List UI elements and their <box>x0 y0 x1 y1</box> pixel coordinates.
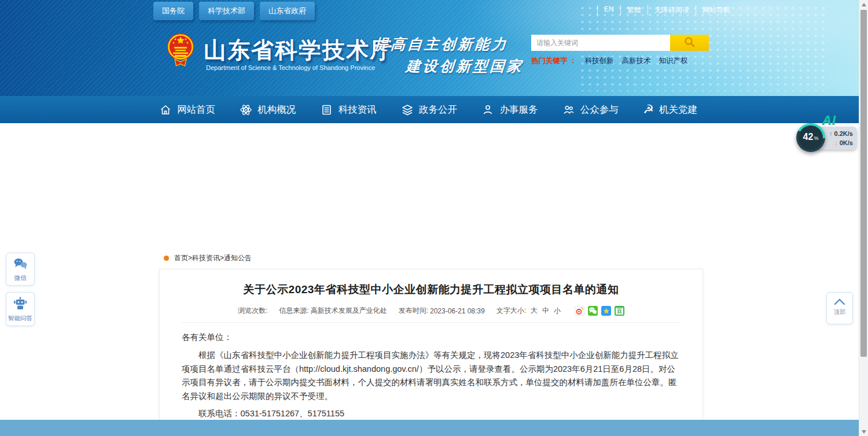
contact-phone: 联系电话：0531-51751267、51751155 <box>182 407 681 420</box>
scrollbar-up-arrow[interactable] <box>859 0 868 9</box>
article-card: 关于公示2023年省科技型中小企业创新能力提升工程拟立项项目名单的通知 浏览次数… <box>159 269 703 436</box>
breadcrumb[interactable]: 首页>科技资讯>通知公告 <box>164 253 252 263</box>
hot-keywords-label: 热门关键字 ： <box>531 56 576 66</box>
gov-link-state-council[interactable]: 国务院 <box>153 2 193 20</box>
nav-label: 办事服务 <box>499 104 538 116</box>
download-arrow-icon <box>834 139 838 147</box>
fontsize-medium[interactable]: 中 <box>542 306 549 316</box>
search-button[interactable] <box>670 35 709 51</box>
site-title: 山东省科学技术厅 <box>204 35 393 66</box>
nav-label: 公众参与 <box>580 104 619 116</box>
nav-item-organization[interactable]: 机构概况 <box>240 104 296 116</box>
utility-link-accessibility[interactable]: 无障碍阅读 <box>648 5 696 15</box>
qzone-share-icon[interactable]: ★ <box>601 306 611 316</box>
gov-link-most[interactable]: 科学技术部 <box>199 2 254 20</box>
scrollbar-thumb[interactable] <box>860 10 867 357</box>
breadcrumb-path[interactable]: 首页>科技资讯>通知公告 <box>174 253 252 263</box>
hot-keywords-row: 热门关键字 ： 科技创新 高新技术 知识产权 <box>531 56 687 66</box>
main-nav: 网站首页 机构概况 科技资讯 <box>0 96 868 123</box>
page: 国务院 科学技术部 山东省政府 EN 繁體 无障碍阅读 网站导航 <box>0 0 868 436</box>
site-slogan: 提高自主创新能力 建设创新型国家 <box>372 35 526 76</box>
nav-item-disclosure[interactable]: 政务公开 <box>401 104 457 116</box>
utility-link-sitemap[interactable]: 网站导航 <box>696 5 737 15</box>
nav-item-participation[interactable]: 公众参与 <box>562 104 619 116</box>
fontsize-large[interactable]: 大 <box>531 306 538 316</box>
footer-bar <box>0 420 868 436</box>
wechat-widget-label: 微信 <box>6 274 34 282</box>
wechat-widget[interactable]: 微信 <box>6 253 35 286</box>
hammer-sickle-icon: ☭ <box>643 104 654 116</box>
upload-speed: 0.2K/s <box>834 130 853 138</box>
hot-keyword-hightech[interactable]: 高新技术 <box>621 56 650 66</box>
percent-gauge[interactable]: 42 % <box>796 123 825 152</box>
site-search <box>531 35 709 51</box>
scrollbar[interactable] <box>859 0 868 436</box>
layers-icon <box>401 104 414 116</box>
gov-links-bar: 国务院 科学技术部 山东省政府 <box>153 2 315 20</box>
publish-time-label: 发布时间: <box>399 306 428 316</box>
utility-link-en[interactable]: EN <box>597 5 620 15</box>
utility-links: EN 繁體 无障碍阅读 网站导航 <box>597 5 737 15</box>
nav-label: 政务公开 <box>419 104 457 116</box>
salutation: 各有关单位： <box>182 331 681 344</box>
slogan-line-1: 提高自主创新能力 <box>373 35 525 54</box>
national-emblem-logo <box>165 32 196 71</box>
source-value: 高新技术发展及产业化处 <box>311 306 387 316</box>
weibo-share-icon[interactable] <box>575 306 584 316</box>
ai-overlay-logo: AI <box>822 113 836 128</box>
nav-label: 科技资讯 <box>339 104 377 116</box>
douban-share-icon[interactable]: 豆 <box>615 306 624 316</box>
home-icon <box>159 104 172 116</box>
article-meta: 浏览次数: 信息来源: 高新技术发展及产业化处 发布时间: 2023-06-21… <box>182 306 681 323</box>
news-icon <box>321 104 333 116</box>
nav-label: 网站首页 <box>177 104 215 116</box>
search-icon <box>684 36 695 49</box>
site-title-english: Department of Science & Technology of Sh… <box>206 64 375 71</box>
gov-link-shandong[interactable]: 山东省政府 <box>260 2 315 20</box>
article-title: 关于公示2023年省科技型中小企业创新能力提升工程拟立项项目名单的通知 <box>177 282 685 297</box>
download-speed: 0K/s <box>840 139 853 147</box>
main-content: 首页>科技资讯>通知公告 关于公示2023年省科技型中小企业创新能力提升工程拟立… <box>0 123 868 420</box>
nav-label: 机构概况 <box>258 104 296 116</box>
utility-link-traditional[interactable]: 繁體 <box>620 5 648 15</box>
scrollbar-down-arrow[interactable] <box>859 427 868 436</box>
upload-arrow-icon <box>829 130 833 138</box>
hot-keyword-ip[interactable]: 知识产权 <box>659 56 687 66</box>
back-to-top-button[interactable]: 顶部 <box>826 292 853 324</box>
nav-label: 机关党建 <box>659 104 697 116</box>
nav-item-home[interactable]: 网站首页 <box>159 104 215 116</box>
smart-qa-widget[interactable]: 智能问答 <box>6 292 35 326</box>
slogan-line-2: 建设创新型国家 <box>406 57 524 76</box>
nav-item-party[interactable]: ☭ 机关党建 <box>643 104 697 116</box>
publish-time-value: 2023-06-21 08:39 <box>430 307 485 315</box>
douban-glyph: 豆 <box>616 308 623 315</box>
site-header: 国务院 科学技术部 山东省政府 EN 繁體 无障碍阅读 网站导航 <box>0 0 868 96</box>
wechat-icon <box>13 262 28 272</box>
person-icon <box>481 104 494 116</box>
percent-value: 42 <box>803 132 814 142</box>
body-paragraph: 根据《山东省科技型中小企业创新能力提升工程项目实施办法》等有关规定，现将2023… <box>182 349 681 403</box>
hot-keyword-innovation[interactable]: 科技创新 <box>584 56 613 66</box>
nav-item-news[interactable]: 科技资讯 <box>321 104 377 116</box>
atom-icon <box>240 104 252 116</box>
nav-item-services[interactable]: 办事服务 <box>481 104 538 116</box>
chevron-up-icon <box>833 297 846 307</box>
search-input[interactable] <box>531 35 670 51</box>
wechat-share-icon[interactable] <box>588 306 598 316</box>
views-label: 浏览次数: <box>238 306 267 316</box>
fontsize-small[interactable]: 小 <box>554 306 561 316</box>
source-label: 信息来源: <box>279 306 308 316</box>
smart-qa-label: 智能问答 <box>6 315 34 323</box>
breadcrumb-dot-icon <box>164 256 169 261</box>
robot-icon <box>13 302 28 312</box>
share-bar: ★ 豆 <box>575 306 624 316</box>
percent-unit: % <box>814 135 818 141</box>
back-to-top-label: 顶部 <box>827 308 852 316</box>
people-icon <box>562 104 575 116</box>
fontsize-label: 文字大小: <box>496 306 526 316</box>
